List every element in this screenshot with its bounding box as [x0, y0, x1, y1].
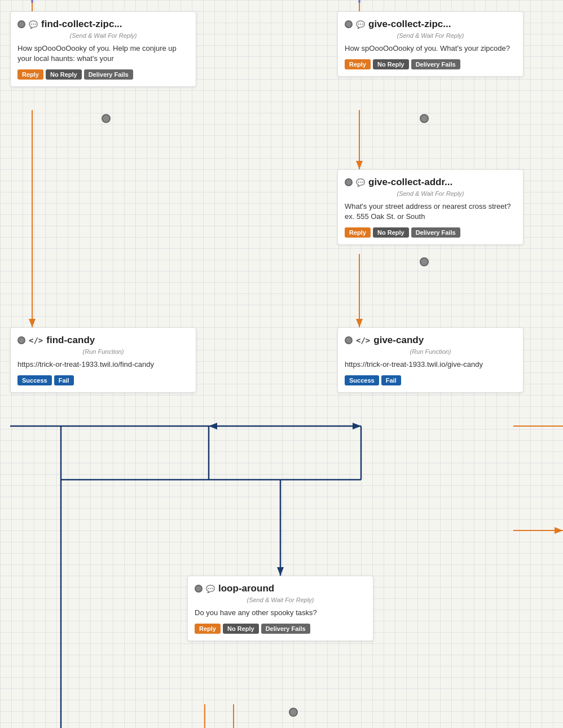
tag-success[interactable]: Success	[345, 375, 379, 385]
svg-point-26	[289, 708, 297, 716]
node-loop-around[interactable]: 💬 loop-around (Send & Wait For Reply) Do…	[187, 576, 373, 641]
tag-success[interactable]: Success	[17, 375, 52, 385]
node-tags: Success Fail	[17, 375, 189, 385]
svg-marker-23	[277, 567, 284, 576]
node-dot	[195, 585, 203, 593]
node-subtitle: (Send & Wait For Reply)	[17, 32, 189, 39]
svg-point-10	[420, 258, 428, 266]
tag-delivery[interactable]: Delivery Fails	[411, 59, 460, 69]
tag-fail[interactable]: Fail	[54, 375, 74, 385]
tag-delivery[interactable]: Delivery Fails	[84, 69, 133, 80]
node-subtitle: (Run Function)	[17, 348, 189, 355]
node-tags: Reply No Reply Delivery Fails	[345, 227, 516, 238]
node-tags: Reply No Reply Delivery Fails	[17, 69, 189, 80]
tag-fail[interactable]: Fail	[381, 375, 401, 385]
node-title: find-candy	[46, 335, 95, 346]
code-icon: </>	[356, 336, 370, 345]
node-title: find-collect-zipc...	[41, 19, 122, 30]
svg-marker-17	[353, 423, 361, 429]
node-find-collect-zipc[interactable]: 💬 find-collect-zipc... (Send & Wait For …	[10, 11, 196, 87]
tag-reply[interactable]: Reply	[195, 624, 221, 634]
node-header: </> find-candy	[17, 335, 189, 346]
node-tags: Success Fail	[345, 375, 516, 385]
node-body: https://trick-or-treat-1933.twil.io/find…	[17, 359, 189, 370]
node-title: loop-around	[218, 583, 274, 594]
chat-icon: 💬	[206, 585, 215, 593]
node-dot	[17, 336, 25, 344]
node-body: How spOooOoOooky of you. What's your zip…	[345, 43, 516, 54]
chat-icon: 💬	[356, 178, 365, 187]
node-title: give-collect-zipc...	[368, 19, 451, 30]
node-header: 💬 find-collect-zipc...	[17, 19, 189, 30]
svg-point-7	[420, 115, 428, 122]
node-title: give-collect-addr...	[368, 177, 452, 188]
node-subtitle: (Send & Wait For Reply)	[345, 32, 516, 39]
tag-delivery[interactable]: Delivery Fails	[261, 624, 310, 634]
node-dot	[17, 20, 25, 28]
node-body: How spOooOoOooky of you. Help me conjure…	[17, 43, 189, 64]
node-find-candy[interactable]: </> find-candy (Run Function) https://tr…	[10, 327, 196, 393]
svg-marker-3	[29, 319, 36, 327]
tag-reply[interactable]: Reply	[345, 59, 371, 69]
node-tags: Reply No Reply Delivery Fails	[195, 624, 366, 634]
code-icon: </>	[29, 336, 43, 345]
node-body: What's your street address or nearest cr…	[345, 201, 516, 222]
node-dot	[345, 178, 353, 186]
node-give-collect-addr[interactable]: 💬 give-collect-addr... (Send & Wait For …	[337, 169, 524, 245]
node-header: 💬 loop-around	[195, 583, 366, 594]
chat-icon: 💬	[29, 20, 38, 29]
node-body: https://trick-or-treat-1933.twil.io/give…	[345, 359, 516, 370]
tag-noreply[interactable]: No Reply	[223, 624, 259, 634]
svg-point-4	[102, 115, 110, 122]
node-header: 💬 give-collect-zipc...	[345, 19, 516, 30]
tag-reply[interactable]: Reply	[17, 69, 43, 80]
node-tags: Reply No Reply Delivery Fails	[345, 59, 516, 69]
node-header: </> give-candy	[345, 335, 516, 346]
svg-marker-13	[555, 527, 563, 534]
tag-noreply[interactable]: No Reply	[373, 227, 409, 238]
node-dot	[345, 20, 353, 28]
node-give-candy[interactable]: </> give-candy (Run Function) https://tr…	[337, 327, 524, 393]
tag-noreply[interactable]: No Reply	[46, 69, 82, 80]
svg-marker-6	[356, 161, 363, 169]
node-subtitle: (Send & Wait For Reply)	[195, 597, 366, 603]
node-header: 💬 give-collect-addr...	[345, 177, 516, 188]
tag-delivery[interactable]: Delivery Fails	[411, 227, 460, 238]
node-give-collect-zipc[interactable]: 💬 give-collect-zipc... (Send & Wait For …	[337, 11, 524, 77]
svg-marker-9	[356, 319, 363, 327]
chat-icon: 💬	[356, 20, 365, 29]
tag-noreply[interactable]: No Reply	[373, 59, 409, 69]
node-title: give-candy	[373, 335, 424, 346]
node-subtitle: (Run Function)	[345, 348, 516, 355]
tag-reply[interactable]: Reply	[345, 227, 371, 238]
svg-marker-16	[209, 423, 217, 429]
flow-canvas: 💬 find-collect-zipc... (Send & Wait For …	[0, 0, 563, 728]
node-dot	[345, 336, 353, 344]
node-body: Do you have any other spooky tasks?	[195, 608, 366, 618]
node-subtitle: (Send & Wait For Reply)	[345, 190, 516, 197]
